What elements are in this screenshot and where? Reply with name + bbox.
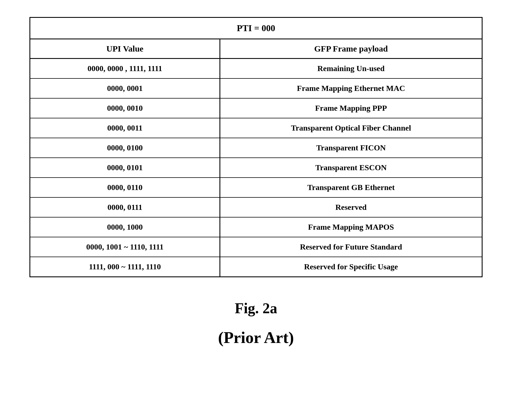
gfp-payload-cell: Reserved for Future Standard — [220, 237, 482, 257]
upi-value-cell: 1111, 000 ~ 1111, 1110 — [30, 257, 220, 276]
table-row: 0000, 0110Transparent GB Ethernet — [30, 178, 482, 197]
table-row: 0000, 0100Transparent FICON — [30, 138, 482, 158]
col-header-gfp: GFP Frame payload — [220, 39, 482, 59]
table-row: 0000, 1001 ~ 1110, 1111Reserved for Futu… — [30, 237, 482, 257]
table-row: 1111, 000 ~ 1111, 1110Reserved for Speci… — [30, 257, 482, 276]
gfp-payload-cell: Reserved — [220, 197, 482, 217]
upi-value-cell: 0000, 0011 — [30, 118, 220, 138]
upi-value-cell: 0000, 0010 — [30, 98, 220, 118]
upi-value-cell: 0000, 1001 ~ 1110, 1111 — [30, 237, 220, 257]
figure-label: Fig. 2a — [235, 300, 277, 317]
prior-art-label: (Prior Art) — [218, 328, 294, 347]
table-row: 0000, 0001Frame Mapping Ethernet MAC — [30, 78, 482, 98]
upi-value-cell: 0000, 0101 — [30, 158, 220, 178]
table-row: 0000, 0000 , 1111, 1111Remaining Un-used — [30, 59, 482, 79]
gfp-payload-cell: Transparent ESCON — [220, 158, 482, 178]
upi-value-cell: 0000, 0111 — [30, 197, 220, 217]
gfp-payload-cell: Frame Mapping PPP — [220, 98, 482, 118]
upi-value-cell: 0000, 0110 — [30, 178, 220, 197]
gfp-payload-cell: Frame Mapping Ethernet MAC — [220, 78, 482, 98]
table-row: 0000, 1000Frame Mapping MAPOS — [30, 217, 482, 237]
column-header-row: UPI Value GFP Frame payload — [30, 39, 482, 59]
upi-value-cell: 0000, 0100 — [30, 138, 220, 158]
table-title: PTI = 000 — [30, 18, 482, 39]
table-row: 0000, 0010Frame Mapping PPP — [30, 98, 482, 118]
table-title-row: PTI = 000 — [30, 18, 482, 39]
gfp-payload-cell: Transparent FICON — [220, 138, 482, 158]
table-row: 0000, 0011Transparent Optical Fiber Chan… — [30, 118, 482, 138]
table-row: 0000, 0111Reserved — [30, 197, 482, 217]
gfp-payload-cell: Frame Mapping MAPOS — [220, 217, 482, 237]
gfp-payload-cell: Transparent Optical Fiber Channel — [220, 118, 482, 138]
pti-table: PTI = 000 UPI Value GFP Frame payload 00… — [30, 18, 482, 276]
main-table-container: PTI = 000 UPI Value GFP Frame payload 00… — [29, 17, 483, 277]
upi-value-cell: 0000, 1000 — [30, 217, 220, 237]
upi-value-cell: 0000, 0001 — [30, 78, 220, 98]
gfp-payload-cell: Reserved for Specific Usage — [220, 257, 482, 276]
table-row: 0000, 0101Transparent ESCON — [30, 158, 482, 178]
gfp-payload-cell: Remaining Un-used — [220, 59, 482, 79]
gfp-payload-cell: Transparent GB Ethernet — [220, 178, 482, 197]
col-header-upi: UPI Value — [30, 39, 220, 59]
upi-value-cell: 0000, 0000 , 1111, 1111 — [30, 59, 220, 79]
